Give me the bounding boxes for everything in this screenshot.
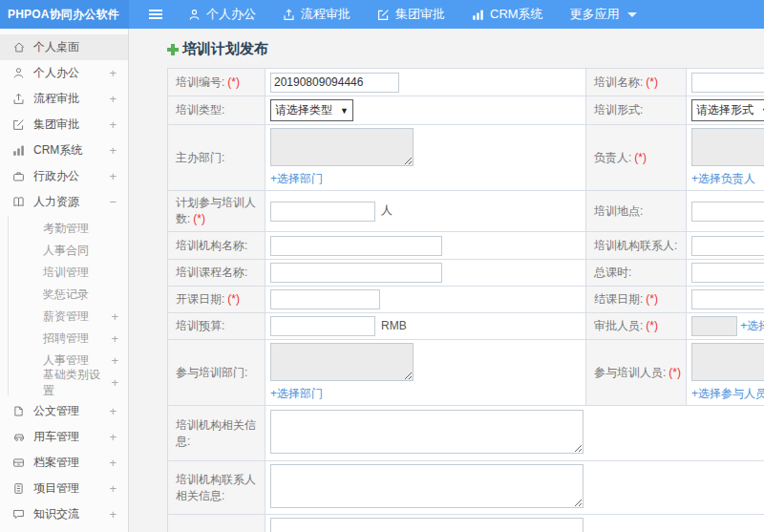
archive-icon [11, 457, 26, 469]
sidebar-subitem-rewards[interactable]: 奖惩记录 [9, 284, 128, 306]
nav-label: CRM系统 [490, 6, 543, 23]
expand-plus-icon[interactable]: + [109, 481, 117, 496]
training-name-input[interactable] [691, 73, 764, 93]
nav-process-approval[interactable]: 流程审批 [283, 6, 350, 23]
expand-plus-icon[interactable]: + [109, 430, 117, 444]
budget-input[interactable] [270, 316, 375, 336]
end-date-input[interactable] [691, 289, 764, 309]
nav-personal-office[interactable]: 个人办公 [188, 6, 256, 23]
join-people-textarea[interactable] [691, 343, 764, 381]
share-upload-icon [283, 9, 295, 21]
expand-plus-icon[interactable]: + [109, 169, 117, 183]
people-count-input[interactable] [270, 202, 375, 222]
expand-plus-icon[interactable]: + [111, 375, 118, 390]
sidebar-item-archives[interactable]: 档案管理 + [0, 450, 128, 476]
sidebar-item-vehicles[interactable]: 用车管理 + [0, 424, 128, 450]
start-date-input[interactable] [270, 289, 380, 309]
select-arrow-icon: ▼ [340, 106, 349, 116]
expand-plus-icon[interactable]: + [109, 143, 117, 158]
expand-plus-icon[interactable]: + [109, 507, 117, 521]
select-dept-link[interactable]: +选择部门 [270, 171, 581, 187]
expand-plus-icon[interactable]: + [109, 456, 117, 470]
requirements-textarea[interactable] [270, 518, 584, 532]
location-input[interactable] [691, 202, 764, 222]
sidebar-subitem-training[interactable]: 培训管理 [9, 262, 128, 284]
training-plan-form: 培训编号:(*) 培训名称:(*) 培训类型: 请选择类型▼ 培训形式: 请选择… [167, 68, 764, 532]
sidebar-item-admin-office[interactable]: 行政办公 + [0, 163, 128, 189]
course-name-input[interactable] [270, 263, 442, 283]
training-type-select[interactable]: 请选择类型▼ [270, 99, 353, 121]
sidebar-subitem-label: 基础类别设置 [43, 367, 111, 399]
sidebar-item-knowledge[interactable]: 知识交流 + [0, 501, 128, 527]
expand-plus-icon[interactable]: + [109, 404, 117, 418]
expand-plus-icon[interactable]: + [111, 309, 118, 324]
org-info-textarea[interactable] [270, 410, 584, 454]
field-label-cell: 培训形式: [586, 96, 687, 125]
required-marker: (*) [646, 319, 658, 332]
sidebar-item-hr[interactable]: 人力资源 − [0, 189, 128, 215]
select-leader-link[interactable]: +选择负责人 [691, 171, 764, 187]
sidebar-item-crm[interactable]: CRM系统 + [0, 138, 128, 163]
required-marker: (*) [668, 366, 681, 379]
org-contact-input[interactable] [691, 236, 764, 256]
sidebar-item-group-approval[interactable]: 集团审批 + [0, 112, 128, 138]
expand-plus-icon[interactable]: + [109, 117, 117, 132]
sidebar-subitem-label: 培训管理 [43, 265, 89, 281]
nav-crm-system[interactable]: CRM系统 [472, 6, 543, 23]
org-name-input[interactable] [270, 236, 442, 256]
sidebar-item-process-approval[interactable]: 流程审批 + [0, 86, 128, 112]
training-format-select[interactable]: 请选择形式▼ [691, 99, 764, 121]
select-participants-link[interactable]: +选择参与人员 [691, 386, 764, 402]
select-approver-link[interactable]: +选择审批人员 [740, 319, 764, 332]
edit-icon [377, 9, 390, 21]
sidebar-subitem-recruit[interactable]: 招聘管理 + [9, 328, 128, 350]
select-dept-link[interactable]: +选择部门 [270, 386, 581, 402]
expand-plus-icon[interactable]: + [109, 92, 117, 106]
sidebar-subitem-base-category[interactable]: 基础类别设置 + [9, 372, 128, 394]
sidebar-subitem-hr-contract[interactable]: 人事合同 [9, 240, 128, 262]
collapse-minus-icon[interactable]: − [109, 195, 117, 209]
form-row: 主办部门: +选择部门 负责人:(*) +选择负责人 [168, 125, 764, 191]
sidebar-subitem-label: 奖惩记录 [43, 287, 89, 303]
form-row: 开课日期:(*) 结课日期:(*) [168, 287, 764, 313]
host-dept-textarea[interactable] [270, 128, 414, 166]
person-icon [188, 9, 201, 21]
sidebar-subitem-salary[interactable]: 薪资管理 + [9, 306, 128, 328]
sidebar-item-label: 知识交流 [33, 506, 79, 522]
home-icon [11, 41, 26, 53]
nav-more-apps[interactable]: 更多应用 [570, 6, 637, 23]
expand-plus-icon[interactable]: + [109, 66, 117, 80]
total-hours-input[interactable] [691, 263, 764, 283]
page-title-row: 培训计划发布 [167, 40, 764, 58]
sidebar-item-personal-office[interactable]: 个人办公 + [0, 60, 128, 86]
sidebar-item-documents[interactable]: 公文管理 + [0, 398, 128, 424]
field-label-cell: 培训机构相关信息: [168, 406, 265, 461]
sidebar-item-desktop[interactable]: 个人桌面 [0, 34, 128, 60]
form-row: 培训课程名称: 总课时: [168, 260, 764, 287]
sidebar-subitem-attendance[interactable]: 考勤管理 [9, 218, 128, 240]
hr-submenu: 考勤管理 人事合同 培训管理 奖惩记录 薪资管理 + 招聘管理 + 人事管理 + [8, 216, 128, 395]
training-no-input[interactable] [270, 73, 399, 93]
expand-plus-icon[interactable]: + [111, 331, 118, 346]
field-label-cell: 培训地点: [586, 191, 687, 232]
form-row: 计划参与培训人数:(*) 人 培训地点: [168, 191, 764, 232]
leader-textarea[interactable] [691, 128, 764, 166]
person-icon [11, 67, 26, 79]
join-dept-textarea[interactable] [270, 343, 414, 381]
field-label-cell: 培训机构联系人相关信息: [168, 461, 265, 515]
hamburger-menu-button[interactable] [148, 0, 163, 29]
expand-plus-icon[interactable]: + [111, 353, 118, 368]
plus-icon [167, 44, 179, 55]
field-label-cell: 培训类型: [168, 96, 265, 125]
unit-label: 人 [381, 203, 393, 217]
sidebar-item-projects[interactable]: 项目管理 + [0, 476, 128, 501]
nav-group-approval[interactable]: 集团审批 [377, 6, 445, 23]
document-icon [11, 405, 26, 417]
briefcase-icon [11, 170, 26, 182]
form-row: 培训要求: [168, 515, 764, 532]
sidebar-item-label: 用车管理 [33, 429, 79, 445]
contact-info-textarea[interactable] [270, 464, 584, 508]
field-label-cell: 参与培训部门: [168, 340, 265, 406]
approver-input[interactable] [691, 316, 737, 336]
edit-icon [11, 118, 26, 131]
